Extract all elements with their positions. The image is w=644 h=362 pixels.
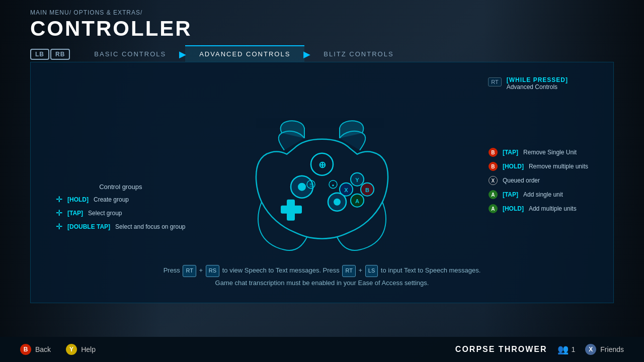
bumper-buttons: LB RB: [30, 49, 70, 60]
svg-text:●: ●: [332, 183, 335, 188]
rb-button[interactable]: RB: [50, 49, 70, 60]
tabs-bar: LB RB BASIC CONTROLS ▶ ADVANCED CONTROLS…: [0, 40, 644, 62]
remove-single-label: Remove Single Unit: [523, 149, 577, 156]
rs-inline-btn: RS: [206, 265, 219, 277]
friends-btn-icon: X: [585, 344, 596, 355]
label-a-hold-add-multiple: A [HOLD] Add multiple units: [489, 204, 588, 213]
right-labels-section: B [TAP] Remove Single Unit B [HOLD] Remo…: [489, 148, 588, 218]
dpad-icon-1: ✛: [56, 195, 62, 204]
footer-right: CORPSE THROWER 👥 1 X Friends: [455, 344, 624, 355]
select-group-label: Select group: [88, 210, 122, 217]
rt-inline-btn: RT: [183, 265, 196, 277]
transcription-line: Game chat transcription must be enabled …: [31, 277, 613, 289]
label-b-tap-remove-single: B [TAP] Remove Single Unit: [489, 148, 588, 157]
plus-1: +: [199, 266, 203, 274]
help-btn-icon: Y: [66, 344, 77, 355]
focus-group-label: Select and focus on group: [115, 223, 185, 230]
b-button-icon: B: [489, 148, 498, 157]
svg-point-3: [298, 183, 306, 191]
b-button-icon-2: B: [489, 162, 498, 171]
header: MAIN MENU/ OPTIONS & EXTRAS/ CONTROLLER: [0, 0, 644, 40]
while-pressed-desc: Advanced Controls: [507, 83, 568, 90]
friends-button[interactable]: X Friends: [585, 344, 624, 355]
ls-inline-btn: LS: [365, 265, 378, 277]
svg-text:Y: Y: [355, 177, 359, 183]
svg-point-5: [334, 199, 341, 206]
tap-tag-2: [TAP]: [503, 191, 518, 198]
hold-tag: [HOLD]: [503, 163, 524, 170]
add-multiple-label: Add multiple units: [529, 205, 577, 212]
player-icon: 👥: [557, 344, 569, 355]
hold-tag-2: [HOLD]: [503, 205, 524, 212]
tab-blitz-controls[interactable]: BLITZ CONTROLS: [309, 46, 408, 62]
friends-label: Friends: [600, 345, 624, 353]
dpad-icon-3: ✛: [56, 222, 62, 231]
speech-text-line: Press RT + RS to view Speech to Text mes…: [31, 264, 613, 277]
create-group-label: Create group: [94, 196, 129, 203]
x-button-icon: X: [489, 176, 498, 185]
press-label: Press: [164, 266, 182, 274]
footer-left-buttons: B Back Y Help: [20, 344, 96, 355]
breadcrumb: MAIN MENU/ OPTIONS & EXTRAS/: [30, 9, 614, 16]
rt-inline-btn-2: RT: [342, 265, 355, 277]
page-title: CONTROLLER: [30, 17, 614, 40]
control-groups-title: Control groups: [56, 183, 186, 191]
player-count: 👥 1: [557, 344, 576, 355]
while-pressed-section: RT [WHILE PRESSED] Advanced Controls: [488, 76, 568, 90]
label-x-queued: X Queued order: [489, 176, 588, 185]
svg-text:A: A: [355, 198, 359, 204]
left-labels-section: Control groups ✛ [HOLD] Create group ✛ […: [56, 183, 186, 235]
player-count-num: 1: [572, 345, 576, 353]
tab-advanced-controls[interactable]: ADVANCED CONTROLS: [185, 46, 304, 62]
back-btn-icon: B: [20, 344, 31, 355]
remove-multiple-label: Remove multiple units: [529, 163, 588, 170]
label-a-tap-add-single: A [TAP] Add single unit: [489, 190, 588, 199]
tab-basic-controls[interactable]: BASIC CONTROLS: [80, 46, 180, 62]
while-pressed-block: [WHILE PRESSED] Advanced Controls: [507, 76, 568, 90]
svg-text:⊕: ⊕: [318, 160, 326, 170]
label-dpad-hold-create: ✛ [HOLD] Create group: [56, 195, 186, 204]
main-panel: RT [WHILE PRESSED] Advanced Controls: [30, 62, 614, 303]
hold-tag-left-1: [HOLD]: [67, 196, 89, 203]
bottom-info-text: Press RT + RS to view Speech to Text mes…: [31, 264, 613, 289]
plus-2: +: [359, 266, 363, 274]
label-dpad-tap-select: ✛ [TAP] Select group: [56, 208, 186, 218]
dpad-icon-2: ✛: [56, 208, 62, 218]
tap-tag-left: [TAP]: [67, 210, 83, 217]
double-tap-tag: [DOUBLE TAP]: [67, 223, 110, 230]
tap-tag: [TAP]: [503, 149, 518, 156]
back-button[interactable]: B Back: [20, 344, 51, 355]
controller-diagram: ⊕ ☰ ● Y: [236, 114, 408, 257]
username: CORPSE THROWER: [455, 345, 547, 354]
svg-rect-7: [281, 206, 302, 214]
label-b-hold-remove-multiple: B [HOLD] Remove multiple units: [489, 162, 588, 171]
rt-badge: RT: [488, 77, 501, 86]
add-single-label: Add single unit: [523, 191, 563, 198]
label-dpad-doubletap-focus: ✛ [DOUBLE TAP] Select and focus on group: [56, 222, 186, 231]
footer: B Back Y Help CORPSE THROWER 👥 1 X Frien…: [0, 337, 644, 362]
a-button-icon-2: A: [489, 204, 498, 213]
help-label: Help: [81, 345, 96, 353]
svg-text:☰: ☰: [309, 183, 313, 188]
help-button[interactable]: Y Help: [66, 344, 96, 355]
while-pressed-tag: [WHILE PRESSED]: [507, 76, 568, 83]
queued-order-label: Queued order: [503, 177, 540, 184]
view-speech-text: to view Speech to Text messages. Press: [222, 266, 342, 274]
svg-text:X: X: [344, 187, 348, 193]
back-label: Back: [35, 345, 51, 353]
a-button-icon: A: [489, 190, 498, 199]
controller-svg: ⊕ ☰ ● Y: [236, 114, 408, 255]
input-tts-text: to input Text to Speech messages.: [381, 266, 481, 274]
lb-button[interactable]: LB: [30, 49, 49, 60]
svg-text:B: B: [365, 187, 369, 193]
